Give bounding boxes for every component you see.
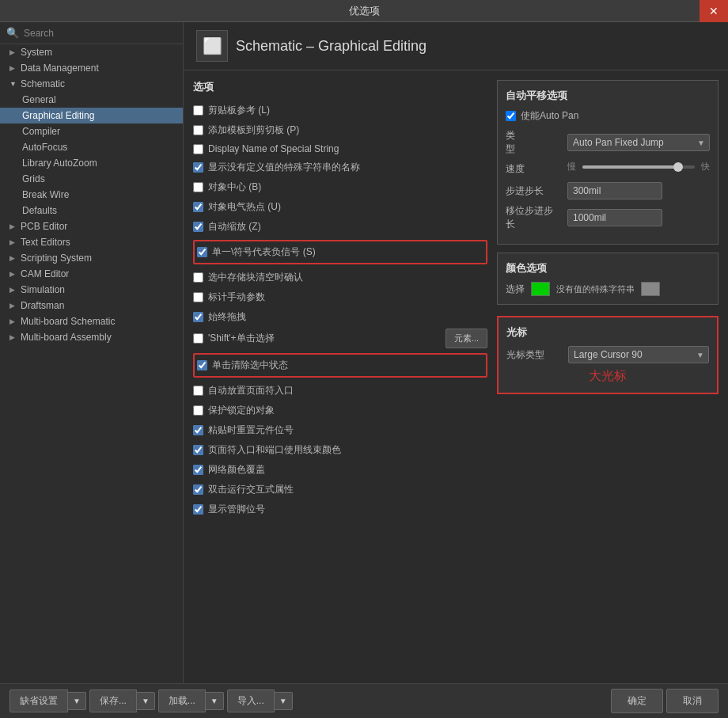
options-title: 选项 [193, 80, 487, 94]
sidebar-item-data-management[interactable]: ▶ Data Management [0, 60, 183, 76]
checkbox-input[interactable] [193, 504, 203, 515]
checkbox-input[interactable] [193, 202, 203, 212]
checkbox-input[interactable] [193, 484, 203, 495]
sidebar-item-label: Grids [22, 173, 45, 184]
checkbox-input[interactable] [193, 405, 203, 416]
sidebar-item-simulation[interactable]: ▶ Simulation [0, 282, 183, 298]
checkbox-show-special: 显示没有定义值的特殊字符串的名称 [193, 159, 487, 176]
checkbox-label: 添加模板到剪切板 (P) [208, 123, 299, 137]
checkbox-input[interactable] [193, 425, 203, 435]
checkbox-input[interactable] [193, 125, 203, 135]
close-icon: ✕ [709, 5, 719, 17]
content-area: ⬜ Schematic – Graphical Editing 选项 剪贴板参考… [184, 22, 728, 683]
checkbox-input[interactable] [193, 333, 203, 344]
search-input[interactable] [24, 28, 176, 39]
checkbox-input[interactable] [193, 292, 203, 302]
checkbox-net-color-cover: 网络颜色覆盖 [193, 462, 487, 478]
speed-slow-label: 慢 [567, 161, 576, 173]
checkbox-input[interactable] [197, 360, 207, 370]
load-group: 加载... ▼ [158, 690, 224, 712]
checkbox-always-drag: 始终拖拽 [193, 309, 487, 325]
default-settings-group: 缺省设置 ▼ [9, 690, 86, 712]
autopan-move-step-input[interactable] [567, 209, 662, 226]
cursor-type-label: 光标类型 [506, 348, 562, 362]
sidebar-item-label: Multi-board Assembly [21, 332, 112, 343]
import-group: 导入... ▼ [227, 690, 293, 712]
checkbox-input[interactable] [193, 445, 203, 455]
cancel-button[interactable]: 取消 [666, 689, 719, 713]
default-settings-arrow[interactable]: ▼ [68, 692, 86, 710]
sidebar-item-graphical-editing[interactable]: Graphical Editing [0, 108, 183, 123]
left-panel: 选项 剪贴板参考 (L) 添加模板到剪切板 (P) Display Name o… [193, 80, 487, 674]
sidebar-item-multi-board-schematic[interactable]: ▶ Multi-board Schematic [0, 313, 183, 329]
big-cursor-label: 大光标 [506, 368, 709, 385]
checkbox-label: 剪贴板参考 (L) [208, 104, 270, 117]
sidebar-item-scripting-system[interactable]: ▶ Scripting System [0, 250, 183, 266]
cursor-type-row: 光标类型 Large Cursor 90 Small Cursor 90 Sma… [506, 346, 709, 363]
sidebar-item-defaults[interactable]: Defaults [0, 203, 183, 218]
sidebar-item-draftsman[interactable]: ▶ Draftsman [0, 298, 183, 313]
checkbox-input[interactable] [193, 105, 203, 116]
default-settings-button[interactable]: 缺省设置 [9, 690, 68, 712]
right-panel: 自动平移选项 使能Auto Pan 类型 Auto Pan Fixed Jump… [497, 80, 719, 674]
sidebar-item-break-wire[interactable]: Break Wire [0, 187, 183, 203]
sidebar-item-multi-board-assembly[interactable]: ▶ Multi-board Assembly [0, 329, 183, 345]
checkbox-input[interactable] [193, 222, 203, 232]
autopan-move-step-row: 移位步进步长 [506, 204, 710, 231]
checkbox-input[interactable] [197, 247, 207, 257]
autopan-speed-label: 速度 [506, 162, 561, 176]
sidebar-item-cam-editor[interactable]: ▶ CAM Editor [0, 266, 183, 282]
checkbox-input[interactable] [193, 182, 203, 192]
save-button[interactable]: 保存... [89, 690, 137, 712]
checkbox-input[interactable] [193, 272, 203, 283]
sidebar-item-library-autozoom[interactable]: Library AutoZoom [0, 155, 183, 171]
sidebar-item-label: Library AutoZoom [22, 158, 97, 169]
autopan-enable-checkbox[interactable] [506, 111, 516, 121]
content-body: 选项 剪贴板参考 (L) 添加模板到剪切板 (P) Display Name o… [184, 70, 728, 683]
save-arrow[interactable]: ▼ [137, 692, 155, 710]
autopan-type-select-wrapper: Auto Pan Fixed Jump Auto Pan ReCenter Ad… [567, 134, 710, 151]
element-button[interactable]: 元素... [446, 329, 487, 348]
confirm-button[interactable]: 确定 [611, 689, 663, 713]
checkbox-label: 保护锁定的对象 [208, 404, 275, 417]
checkbox-label: Display Name of Special String [208, 143, 339, 154]
checkbox-input[interactable] [193, 144, 203, 154]
cursor-type-select[interactable]: Large Cursor 90 Small Cursor 90 Small Cu… [568, 346, 709, 363]
import-arrow[interactable]: ▼ [275, 692, 293, 710]
sidebar-item-system[interactable]: ▶ System [0, 44, 183, 60]
checkbox-label: 显示管脚位号 [208, 503, 265, 516]
checkbox-label: 选中存储块清空时确认 [208, 271, 303, 284]
sidebar-item-schematic[interactable]: ▼ Schematic [0, 76, 183, 92]
sidebar-item-general[interactable]: General [0, 92, 183, 108]
sidebar-item-compiler[interactable]: Compiler [0, 123, 183, 139]
autopan-type-select[interactable]: Auto Pan Fixed Jump Auto Pan ReCenter Ad… [567, 134, 710, 151]
load-arrow[interactable]: ▼ [206, 692, 224, 710]
color-swatch-green[interactable] [531, 282, 550, 296]
checkbox-input[interactable] [193, 312, 203, 322]
sidebar-item-autofocus[interactable]: AutoFocus [0, 139, 183, 155]
checkbox-input[interactable] [193, 465, 203, 475]
sidebar-item-label: Break Wire [22, 189, 69, 200]
arrow-icon: ▼ [9, 80, 17, 88]
checkbox-input[interactable] [193, 162, 203, 173]
load-button[interactable]: 加载... [158, 690, 206, 712]
close-button[interactable]: ✕ [700, 0, 728, 22]
main-layout: 🔍 ▶ System ▶ Data Management ▼ Schematic… [0, 22, 728, 683]
checkbox-clipboard-ref: 剪贴板参考 (L) [193, 102, 487, 119]
checkbox-paste-reset: 粘贴时重置元件位号 [193, 422, 487, 439]
autopan-enable-row: 使能Auto Pan [506, 109, 710, 123]
sidebar-item-grids[interactable]: Grids [0, 171, 183, 187]
sidebar-item-pcb-editor[interactable]: ▶ PCB Editor [0, 218, 183, 234]
autopan-step-row: 步进步长 [506, 182, 710, 199]
autopan-step-input[interactable] [567, 182, 662, 199]
speed-slider-track[interactable] [582, 165, 695, 169]
sidebar-item-text-editors[interactable]: ▶ Text Editors [0, 234, 183, 250]
sidebar-item-label: Scripting System [21, 253, 92, 264]
checkbox-input[interactable] [193, 386, 203, 396]
sidebar: 🔍 ▶ System ▶ Data Management ▼ Schematic… [0, 22, 184, 683]
autopan-step-label: 步进步长 [506, 184, 561, 198]
color-swatch-gray[interactable] [641, 282, 660, 296]
content-header: ⬜ Schematic – Graphical Editing [184, 22, 728, 70]
checkbox-label: 标计手动参数 [208, 291, 265, 304]
import-button[interactable]: 导入... [227, 690, 275, 712]
